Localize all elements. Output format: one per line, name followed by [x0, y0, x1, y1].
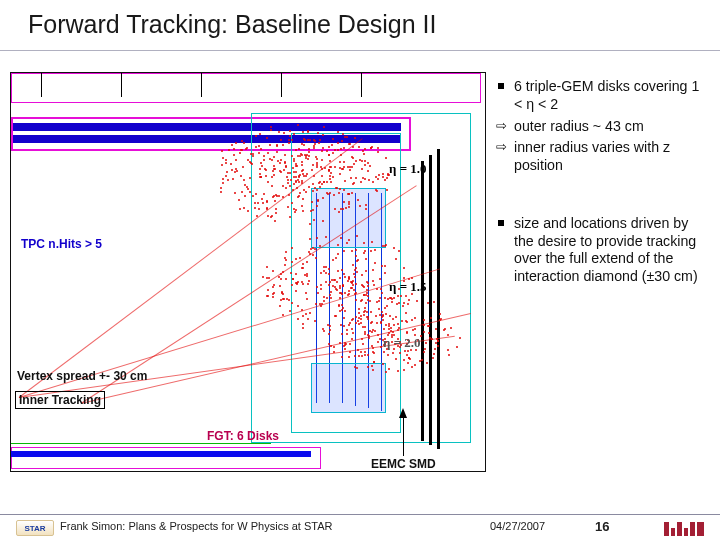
inner-tracking-label: Inner Tracking: [15, 391, 105, 409]
tick: [281, 73, 282, 97]
tpc-label: TPC n.Hits > 5: [21, 237, 102, 251]
eta-label: η = 1.5: [389, 279, 427, 295]
detector-figure: η = 1.0 η = 1.5 η = 2.0 TPC n.Hits > 5 V…: [10, 72, 486, 472]
eta-label: η = 2.0: [383, 335, 421, 351]
footer-page-number: 16: [595, 519, 609, 534]
tick: [41, 73, 42, 97]
slide: Forward Tracking: Baseline Design II: [0, 0, 720, 540]
bullet-item: 6 triple-GEM disks covering 1 < η < 2: [498, 78, 708, 114]
fgt-label: FGT: 6 Disks: [207, 429, 279, 443]
arrow-head-icon: [399, 408, 407, 418]
star-logo: STAR: [16, 520, 54, 536]
green-line: [11, 443, 271, 444]
spacer: [498, 179, 708, 215]
magenta-frame: [11, 73, 481, 103]
blue-band: [11, 451, 311, 457]
arrow-line: [403, 416, 404, 456]
tick: [361, 73, 362, 97]
eemc-bar: [437, 149, 440, 449]
page-title: Forward Tracking: Baseline Design II: [28, 10, 437, 39]
tick: [201, 73, 202, 97]
eta-label: η = 1.0: [389, 161, 427, 177]
arrow-item: inner radius varies with z position: [498, 139, 708, 175]
bullet-list: 6 triple-GEM disks covering 1 < η < 2 ou…: [498, 78, 708, 290]
vertex-label: Vertex spread +- 30 cm: [17, 369, 147, 383]
footer: STAR Frank Simon: Plans & Prospects for …: [0, 514, 720, 540]
arrow-item: outer radius ~ 43 cm: [498, 118, 708, 136]
eemc-bar: [421, 161, 424, 441]
disk-region: [311, 363, 386, 413]
footer-author: Frank Simon: Plans & Prospects for W Phy…: [60, 520, 332, 532]
bullet-item: size and locations driven by the desire …: [498, 215, 708, 286]
footer-date: 04/27/2007: [490, 520, 545, 532]
tick: [121, 73, 122, 97]
mit-logo: [664, 518, 704, 536]
eemc-bar: [429, 155, 432, 445]
eemc-label: EEMC SMD: [371, 457, 436, 471]
divider: [0, 50, 720, 51]
